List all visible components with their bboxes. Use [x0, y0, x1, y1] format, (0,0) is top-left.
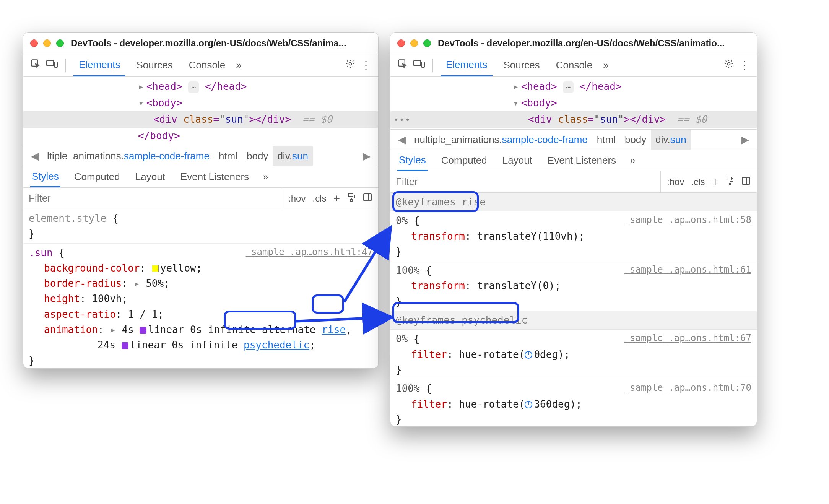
inspect-icon[interactable]	[30, 59, 41, 72]
svg-rect-10	[421, 62, 424, 67]
svg-rect-5	[351, 200, 352, 201]
keyframes-psychedelic-header[interactable]: @keyframes psychedelic	[390, 311, 757, 330]
device-icon[interactable]	[46, 59, 58, 72]
tab-sources[interactable]: Sources	[131, 55, 178, 76]
cls-button[interactable]: .cls	[691, 177, 705, 187]
selected-element[interactable]: <div class="sun"></div> == $0	[23, 111, 378, 128]
tab-console[interactable]: Console	[184, 55, 231, 76]
selected-element[interactable]: ••• <div class="sun"></div> == $0	[390, 111, 757, 128]
svg-rect-13	[729, 183, 731, 185]
color-swatch-icon[interactable]	[152, 265, 159, 272]
source-link[interactable]: _sample_.ap…ons.html:61	[624, 263, 751, 277]
close-icon[interactable]	[397, 39, 405, 47]
svg-point-11	[728, 63, 730, 65]
svg-rect-14	[742, 177, 750, 184]
window-controls	[397, 39, 431, 47]
crumb-frame[interactable]: ltiple_animations.sample-code-frame	[42, 150, 214, 162]
breadcrumb[interactable]: ◀ nultiple_animations.sample-code-frame …	[390, 129, 757, 150]
styles-pane[interactable]: element.style { } _sample_.ap…ons.html:4…	[23, 209, 378, 369]
element-style-rule[interactable]: element.style { }	[23, 209, 378, 244]
angle-icon[interactable]	[525, 401, 532, 408]
crumb-body[interactable]: body	[620, 134, 651, 146]
subtab-listeners[interactable]: Event Listeners	[179, 167, 250, 187]
hov-button[interactable]: :hov	[288, 193, 306, 204]
row-actions-icon[interactable]: •••	[393, 114, 411, 126]
crumb-frame[interactable]: nultiple_animations.sample-code-frame	[410, 134, 592, 146]
tab-elements[interactable]: Elements	[73, 54, 125, 76]
crumb-fwd-icon[interactable]: ▶	[738, 134, 753, 146]
source-link[interactable]: _sample_.ap…ons.html:58	[624, 213, 751, 227]
paint-icon[interactable]	[347, 193, 356, 204]
kf-psy-100[interactable]: _sample_.ap…ons.html:70 100% { filter: h…	[390, 379, 757, 427]
keyframes-rise-header[interactable]: @keyframes rise	[390, 193, 757, 211]
subtab-computed[interactable]: Computed	[73, 167, 122, 187]
kf-psy-0[interactable]: _sample_.ap…ons.html:67 0% { filter: hue…	[390, 330, 757, 379]
tab-sources[interactable]: Sources	[498, 55, 545, 76]
devtools-window-left: DevTools - developer.mozilla.org/en-US/d…	[23, 32, 379, 369]
inspect-icon[interactable]	[397, 59, 408, 72]
cls-button[interactable]: .cls	[312, 193, 326, 204]
keyframe-link-psychedelic[interactable]: psychedelic	[244, 339, 309, 351]
body-open[interactable]: <body>	[146, 97, 182, 109]
more-subtabs-icon[interactable]: »	[630, 154, 635, 166]
svg-rect-0	[32, 60, 38, 66]
paint-icon[interactable]	[725, 176, 735, 188]
gear-icon[interactable]	[345, 59, 355, 72]
new-rule-icon[interactable]: +	[333, 192, 340, 205]
minimize-icon[interactable]	[43, 39, 51, 47]
head-open[interactable]: <head>	[146, 81, 182, 92]
breadcrumb[interactable]: ◀ ltiple_animations.sample-code-frame ht…	[23, 146, 378, 166]
styles-subtabs: Styles Computed Layout Event Listeners »	[23, 166, 378, 188]
svg-rect-2	[54, 62, 57, 67]
subtab-layout[interactable]: Layout	[134, 167, 167, 187]
subtab-computed[interactable]: Computed	[440, 151, 489, 170]
crumb-back-icon[interactable]: ◀	[394, 134, 410, 146]
kebab-icon[interactable]: ⋮	[361, 59, 371, 72]
computed-panel-icon[interactable]	[363, 193, 372, 204]
styles-pane[interactable]: @keyframes rise _sample_.ap…ons.html:58 …	[390, 193, 757, 427]
crumb-back-icon[interactable]: ◀	[27, 150, 42, 162]
gear-icon[interactable]	[724, 59, 734, 72]
crumb-html[interactable]: html	[592, 134, 620, 146]
angle-icon[interactable]	[525, 351, 532, 359]
source-link[interactable]: _sample_.ap…ons.html:70	[624, 381, 751, 395]
subtab-styles[interactable]: Styles	[397, 150, 428, 171]
kf-rise-100[interactable]: _sample_.ap…ons.html:61 100% { transform…	[390, 261, 757, 311]
computed-panel-icon[interactable]	[741, 176, 751, 188]
close-icon[interactable]	[30, 39, 38, 47]
svg-rect-6	[364, 194, 371, 201]
titlebar: DevTools - developer.mozilla.org/en-US/d…	[390, 33, 757, 54]
crumb-div-sun[interactable]: div.sun	[273, 146, 312, 166]
hov-button[interactable]: :hov	[667, 177, 684, 187]
dom-tree[interactable]: ▸<head> ⋯ </head> ▾<body> ••• <div class…	[390, 77, 757, 129]
crumb-html[interactable]: html	[214, 150, 242, 162]
filter-input[interactable]	[390, 176, 660, 188]
tab-elements[interactable]: Elements	[441, 54, 493, 76]
main-tabbar: Elements Sources Console » ⋮	[23, 54, 378, 77]
easing-icon[interactable]	[140, 327, 146, 334]
tab-console[interactable]: Console	[551, 55, 598, 76]
device-icon[interactable]	[413, 59, 425, 72]
filter-input[interactable]	[23, 192, 282, 204]
more-tabs-icon[interactable]: »	[603, 59, 608, 71]
subtab-layout[interactable]: Layout	[501, 151, 534, 170]
minimize-icon[interactable]	[410, 39, 418, 47]
new-rule-icon[interactable]: +	[712, 176, 718, 189]
more-subtabs-icon[interactable]: »	[263, 171, 268, 183]
keyframe-link-rise[interactable]: rise	[322, 324, 346, 335]
dom-tree[interactable]: ▸<head> ⋯ </head> ▾<body> <div class="su…	[23, 77, 378, 146]
kf-rise-0[interactable]: _sample_.ap…ons.html:58 0% { transform: …	[390, 211, 757, 261]
more-tabs-icon[interactable]: »	[236, 59, 241, 71]
crumb-body[interactable]: body	[242, 150, 273, 162]
zoom-icon[interactable]	[56, 39, 64, 47]
easing-icon[interactable]	[122, 342, 128, 349]
crumb-div-sun[interactable]: div.sun	[651, 130, 691, 150]
source-link[interactable]: _sample_.ap…ons.html:47	[246, 245, 373, 259]
subtab-styles[interactable]: Styles	[30, 167, 60, 187]
sun-rule[interactable]: _sample_.ap…ons.html:47 .sun { backgroun…	[23, 244, 378, 369]
crumb-fwd-icon[interactable]: ▶	[359, 150, 374, 162]
source-link[interactable]: _sample_.ap…ons.html:67	[624, 331, 751, 345]
subtab-listeners[interactable]: Event Listeners	[546, 151, 618, 170]
kebab-icon[interactable]: ⋮	[739, 59, 750, 72]
zoom-icon[interactable]	[423, 39, 431, 47]
